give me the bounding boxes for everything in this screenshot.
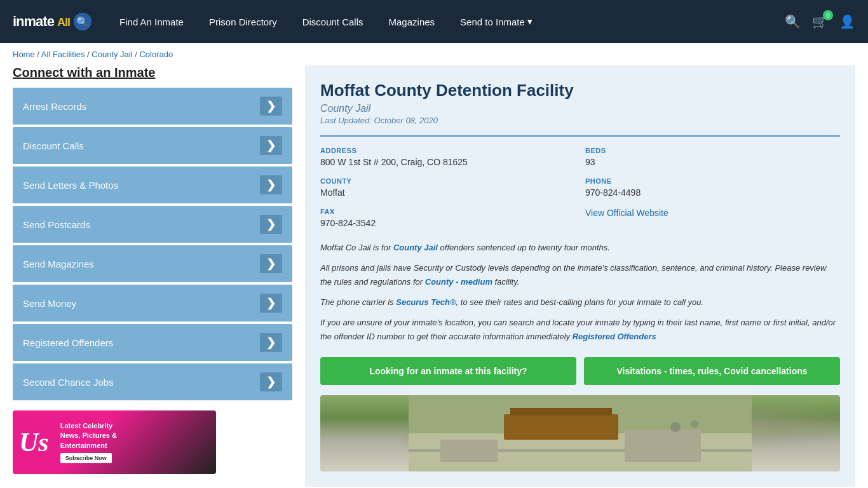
- visitations-button[interactable]: Visitations - times, rules, Covid cancel…: [584, 357, 840, 385]
- svg-rect-8: [440, 440, 498, 462]
- nav-discount-calls[interactable]: Discount Calls: [302, 17, 363, 27]
- svg-rect-4: [504, 414, 618, 440]
- ad-headline: Latest Celebrity: [60, 421, 117, 431]
- nav-send-to-inmate[interactable]: Send to Inmate ▾: [460, 16, 532, 27]
- nav-prison-directory[interactable]: Prison Directory: [209, 17, 277, 27]
- phone-block: PHONE 970-824-4498: [585, 177, 840, 198]
- connect-title: Connect with an Inmate: [13, 65, 292, 80]
- logo[interactable]: inmate All 🔍: [13, 10, 94, 33]
- description-4: If you are unsure of your inmate's locat…: [320, 316, 840, 344]
- info-divider: [320, 135, 840, 137]
- sidebar: Connect with an Inmate Arrest Records ❯ …: [13, 65, 292, 487]
- svg-point-9: [670, 422, 681, 432]
- arrow-icon: ❯: [260, 254, 282, 273]
- description-2: All prisons and jails have Security or C…: [320, 261, 840, 289]
- description-3: The phone carrier is Securus Tech®, to s…: [320, 295, 840, 309]
- arrow-icon: ❯: [260, 294, 282, 313]
- breadcrumb: Home / All Facilities / County Jail / Co…: [0, 43, 868, 65]
- svg-text:🔍: 🔍: [76, 16, 89, 28]
- county-label: COUNTY: [320, 177, 575, 185]
- ad-content: Latest Celebrity News, Pictures & Entert…: [55, 416, 122, 468]
- svg-rect-7: [625, 430, 701, 462]
- securus-tech-link[interactable]: Securus Tech®: [396, 297, 456, 307]
- action-buttons: Looking for an inmate at this facility? …: [320, 357, 840, 385]
- arrow-icon: ❯: [260, 372, 282, 391]
- main-nav: inmate All 🔍 Find An Inmate Prison Direc…: [0, 0, 868, 43]
- registered-offenders-link[interactable]: Registered Offenders: [573, 332, 656, 341]
- facility-photo: [320, 395, 840, 471]
- facility-info-grid: ADDRESS 800 W 1st St # 200, Craig, CO 81…: [320, 147, 840, 228]
- sidebar-item-send-letters[interactable]: Send Letters & Photos ❯: [13, 166, 292, 203]
- facility-type: County Jail: [320, 103, 840, 114]
- website-block: View Official Website: [585, 208, 840, 228]
- arrow-icon: ❯: [260, 136, 282, 155]
- ad-logo: Us: [13, 427, 55, 458]
- arrow-icon: ❯: [260, 97, 282, 116]
- beds-label: BEDS: [585, 147, 840, 154]
- county-jail-link[interactable]: County Jail: [393, 243, 438, 252]
- facility-last-updated: Last Updated: October 08, 2020: [320, 116, 840, 125]
- breadcrumb-state[interactable]: Colorado: [139, 50, 173, 59]
- sidebar-item-discount-calls[interactable]: Discount Calls ❯: [13, 127, 292, 164]
- beds-value: 93: [585, 157, 840, 167]
- address-label: ADDRESS: [320, 147, 575, 154]
- sidebar-advertisement[interactable]: Us Latest Celebrity News, Pictures & Ent…: [13, 410, 216, 474]
- sidebar-item-arrest-records[interactable]: Arrest Records ❯: [13, 88, 292, 125]
- view-official-website-link[interactable]: View Official Website: [585, 208, 668, 218]
- ad-line2: News, Pictures &: [60, 431, 117, 440]
- sidebar-item-send-postcards[interactable]: Send Postcards ❯: [13, 206, 292, 243]
- arrow-icon: ❯: [260, 333, 282, 352]
- svg-point-10: [691, 420, 698, 428]
- sidebar-item-send-magazines[interactable]: Send Magazines ❯: [13, 245, 292, 282]
- address-block: ADDRESS 800 W 1st St # 200, Craig, CO 81…: [320, 147, 575, 167]
- svg-rect-5: [510, 408, 612, 416]
- logo-text: inmate All: [13, 13, 70, 30]
- user-icon[interactable]: 👤: [839, 14, 855, 29]
- phone-value: 970-824-4498: [585, 187, 840, 198]
- beds-block: BEDS 93: [585, 147, 840, 167]
- facility-aerial-photo: [320, 395, 840, 471]
- county-block: COUNTY Moffat: [320, 177, 575, 198]
- looking-for-inmate-button[interactable]: Looking for an inmate at this facility?: [320, 357, 576, 385]
- county-medium-link[interactable]: County - medium: [425, 277, 492, 287]
- county-value: Moffat: [320, 187, 575, 198]
- sidebar-item-registered-offenders[interactable]: Registered Offenders ❯: [13, 324, 292, 361]
- arrow-icon: ❯: [260, 215, 282, 234]
- fax-value: 970-824-3542: [320, 218, 575, 228]
- breadcrumb-county-jail[interactable]: County Jail: [92, 50, 132, 59]
- facility-content: Moffat County Detention Facility County …: [305, 65, 855, 487]
- nav-right: 🔍 🛒 0 👤: [785, 14, 855, 29]
- cart-icon[interactable]: 🛒 0: [812, 14, 828, 29]
- arrow-icon: ❯: [260, 175, 282, 194]
- nav-magazines[interactable]: Magazines: [389, 17, 435, 27]
- phone-label: PHONE: [585, 177, 840, 185]
- nav-links: Find An Inmate Prison Directory Discount…: [119, 16, 785, 27]
- breadcrumb-all-facilities[interactable]: All Facilities: [41, 50, 85, 59]
- description-1: Moffat Co Jail is for County Jail offend…: [320, 241, 840, 255]
- logo-all: All: [57, 16, 70, 29]
- ad-subscribe-button[interactable]: Subscribe Now: [60, 453, 112, 463]
- facility-title: Moffat County Detention Facility: [320, 81, 840, 100]
- address-value: 800 W 1st St # 200, Craig, CO 81625: [320, 157, 575, 167]
- sidebar-item-send-money[interactable]: Send Money ❯: [13, 285, 292, 322]
- cart-badge: 0: [823, 10, 833, 20]
- ad-line3: Entertainment: [60, 441, 117, 451]
- nav-find-inmate[interactable]: Find An Inmate: [119, 17, 184, 27]
- breadcrumb-home[interactable]: Home: [13, 50, 35, 59]
- logo-icon: 🔍: [71, 10, 94, 33]
- sidebar-menu: Arrest Records ❯ Discount Calls ❯ Send L…: [13, 88, 292, 400]
- search-icon[interactable]: 🔍: [785, 14, 801, 29]
- fax-block: FAX 970-824-3542: [320, 208, 575, 228]
- sidebar-item-second-chance-jobs[interactable]: Second Chance Jobs ❯: [13, 363, 292, 400]
- fax-label: FAX: [320, 208, 575, 215]
- main-layout: Connect with an Inmate Arrest Records ❯ …: [0, 65, 868, 488]
